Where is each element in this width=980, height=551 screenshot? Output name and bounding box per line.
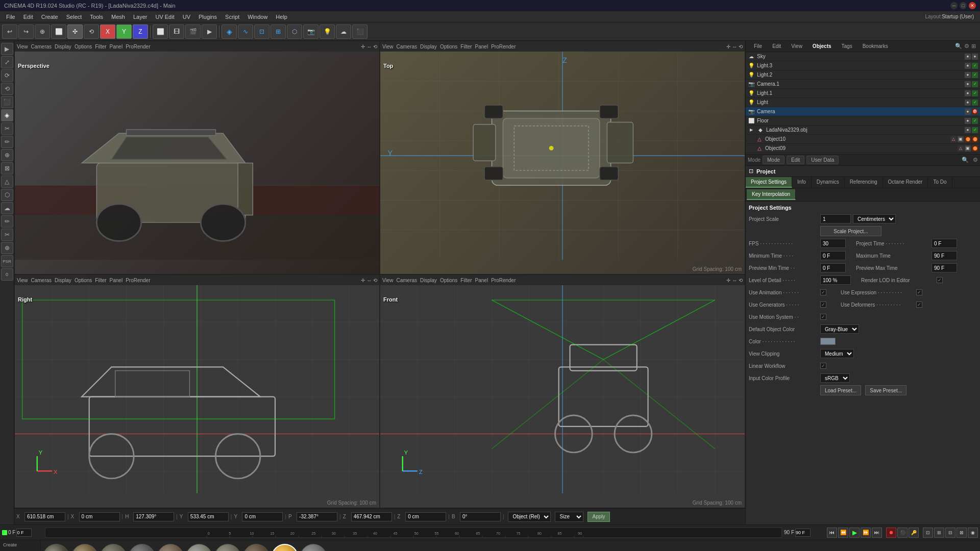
mat-ball-4[interactable] [157,544,184,552]
tab-bookmarks[interactable]: Bookmarks [859,42,892,50]
vp-top-cameras-btn[interactable]: Cameras [397,44,418,49]
menu-file[interactable]: File [2,13,19,21]
vp-front-options-btn[interactable]: Options [440,278,457,283]
input-max-time[interactable] [932,251,957,260]
coord-y-size[interactable] [242,512,283,521]
tool-move[interactable]: ▶ [1,43,13,55]
toolbar-deformer[interactable]: ⊞ [271,24,286,39]
check-use-generators[interactable]: ✓ [820,302,826,308]
props-tab-octane[interactable]: Octane Render [883,177,928,188]
mat-ball-9[interactable] [300,544,327,552]
expand-btn[interactable]: ⊞ [971,43,976,49]
mat-ball-1[interactable] [71,544,98,552]
select-project-scale-unit[interactable]: Centimeters Meters Inches [853,214,896,223]
coord-z-pos[interactable] [351,512,392,521]
toolbar-z-axis[interactable]: Z [133,24,148,39]
menu-edit[interactable]: Edit [19,13,37,21]
vp-right-prorender-btn[interactable]: ProRender [126,278,150,283]
mode-edit-btn[interactable]: Edit [787,156,804,164]
menu-uv[interactable]: UV [179,13,194,21]
vp-right-view-btn[interactable]: View [17,278,28,283]
tool-rotate[interactable]: ⟳ [1,69,13,82]
coord-size-mode[interactable]: Size Scale [555,512,583,522]
props-tab-info[interactable]: Info [792,177,812,188]
maximize-button[interactable]: □ [960,2,967,9]
toolbar-ipr[interactable]: ▶ [202,24,217,39]
check-linear-workflow[interactable]: ✓ [820,363,826,369]
tool-psr[interactable]: PSR [1,255,13,267]
timeline-input[interactable] [16,529,32,537]
vp-front-filter-btn[interactable]: Filter [460,278,472,283]
transport-record[interactable]: ⏺ [886,528,896,538]
mat-ball-8[interactable] [272,544,298,552]
transport-next-frame[interactable]: ⏩ [861,528,871,538]
select-input-color[interactable]: sRGB Linear [820,373,850,383]
obj-light3[interactable]: 💡 Light.3 ● ✓ [746,61,980,70]
vp-prorender-btn[interactable]: ProRender [126,44,150,49]
input-project-time[interactable] [932,239,957,248]
tool-knife[interactable]: ✂ [1,122,13,135]
menu-help[interactable]: Help [272,13,291,21]
toolbar-x-axis[interactable]: X [100,24,115,39]
tool-extrude[interactable]: △ [1,176,13,188]
tool-box[interactable]: ⬛ [1,96,13,108]
toolbar-nurbs[interactable]: ⊡ [254,24,270,39]
save-preset-btn[interactable]: Save Preset... [865,385,906,395]
obj-sky[interactable]: ☁ Sky ● ● [746,52,980,61]
props-search[interactable]: 🔍 [962,157,969,163]
toolbar-y-axis[interactable]: Y [116,24,132,39]
obj-object09[interactable]: △ Object09 △ ▣ ⬤ [746,144,980,153]
tool-zero[interactable]: 0 [1,268,13,281]
menu-window[interactable]: Window [243,13,272,21]
obj-ladaniva[interactable]: ▶ ◆ LadaNiva2329.obj ● ✓ [746,126,980,135]
menu-select[interactable]: Select [62,13,86,21]
transport-to-start[interactable]: ⏮ [827,528,837,538]
props-tab-referencing[interactable]: Referencing [845,177,883,188]
coord-object-ref[interactable]: Object (Rel) World [508,512,551,522]
tool-brush[interactable]: ⊠ [1,162,13,174]
transport-extra4[interactable]: ⊠ [957,528,967,538]
tool-pen[interactable]: ✏ [1,215,13,228]
mat-ball-5[interactable] [186,544,212,552]
scale-project-btn[interactable]: Scale Project... [820,226,881,236]
mode-mode-btn[interactable]: Mode [763,156,785,164]
vp-right-filter-btn[interactable]: Filter [95,278,106,283]
vp-top-filter-btn[interactable]: Filter [460,44,472,49]
check-use-expression[interactable]: ✓ [916,289,922,295]
vp-options-btn[interactable]: Options [75,44,92,49]
coord-z-size[interactable] [405,512,446,521]
vp-view-btn[interactable]: View [17,44,28,49]
timeline-end-input[interactable] [795,529,811,537]
input-min-time[interactable] [820,251,846,260]
viewport-front[interactable]: View Cameras Display Options Filter Pane… [380,274,745,508]
tool-sky[interactable]: ☁ [1,202,13,214]
vp-cameras-btn[interactable]: Cameras [31,44,52,49]
obj-camera1[interactable]: 📷 Camera.1 ● ✓ [746,80,980,89]
tab-objects[interactable]: Objects [808,42,836,50]
tab-file[interactable]: File [750,42,766,50]
minimize-button[interactable]: ─ [950,2,958,9]
toolbar-floor[interactable]: ⬛ [352,24,368,39]
vp-right-options-btn[interactable]: Options [75,278,92,283]
coord-h-rot[interactable] [133,512,174,521]
input-lod[interactable] [820,276,851,285]
mat-ball-0[interactable] [43,544,69,552]
vp-front-cameras-btn[interactable]: Cameras [397,278,418,283]
coord-x-pos[interactable] [24,512,65,521]
input-fps[interactable] [820,239,846,248]
mat-ball-7[interactable] [243,544,270,552]
toolbar-move[interactable]: ✣ [67,24,83,39]
tab-edit[interactable]: Edit [768,42,785,50]
transport-extra3[interactable]: ⊟ [945,528,955,538]
load-preset-btn[interactable]: Load Preset... [820,385,861,395]
toolbar-render[interactable]: 🎬 [185,24,201,39]
props-subtab-key-interpolation[interactable]: Key Interpolation [747,189,796,200]
vp-front-display-btn[interactable]: Display [420,278,437,283]
transport-extra5[interactable]: ◉ [968,528,978,538]
coord-y-pos[interactable] [188,512,229,521]
close-button[interactable]: ✕ [969,2,976,9]
menu-plugins[interactable]: Plugins [194,13,221,21]
obj-light[interactable]: 💡 Light ● ✓ [746,98,980,107]
vp-panel-btn[interactable]: Panel [110,44,123,49]
check-use-deformers[interactable]: ✓ [916,302,922,308]
